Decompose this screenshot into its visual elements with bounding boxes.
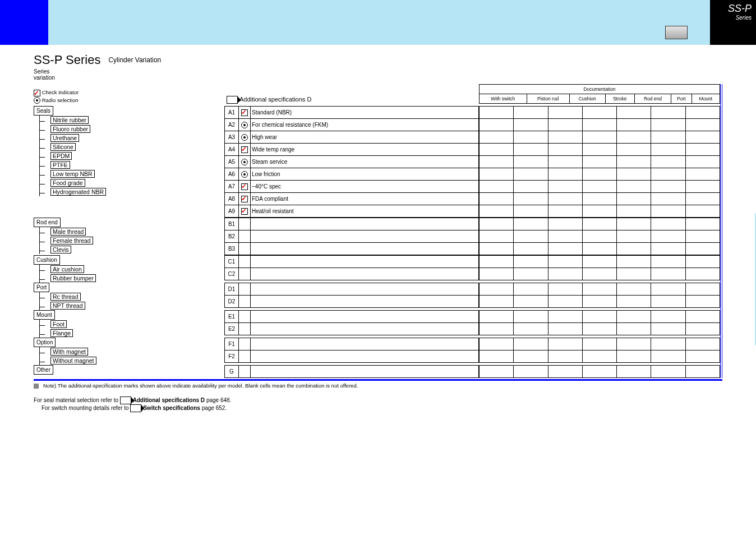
doc-cell (480, 218, 514, 230)
leaf-box: Without magnet (50, 357, 96, 365)
doc-cell (480, 296, 514, 308)
leaf-box: Foot (50, 320, 67, 328)
doc-cell (548, 350, 582, 363)
doc-cell (514, 338, 548, 350)
doc-cell (617, 296, 651, 308)
top-bar: SS-P Series (0, 0, 756, 45)
doc-cell (548, 323, 582, 335)
doc-cell (514, 230, 548, 243)
leaf-box: Low temp NBR (50, 170, 95, 178)
doc-cell (651, 144, 685, 156)
doc-cell (514, 107, 548, 119)
desc-cell: FDA compliant (251, 193, 479, 205)
doc-cell (582, 230, 616, 243)
group-row: MountFootFlangeE1E2 (34, 310, 720, 338)
doc-cell (548, 283, 582, 296)
doc-cell (582, 338, 616, 350)
doc-cell (685, 168, 720, 181)
radio-icon (241, 171, 248, 178)
doc-cell (685, 268, 720, 280)
grey-button-icon (665, 26, 688, 39)
icon-cell (239, 181, 251, 193)
radio-icon (241, 159, 248, 165)
desc-cell (251, 366, 479, 378)
doc-cell (582, 366, 616, 378)
desc-cell (251, 256, 479, 268)
doc-cell (582, 144, 616, 156)
leaf-box: Silicone (50, 143, 76, 151)
legend: Check indicator Radio selection (34, 89, 224, 104)
footer-references: For seal material selection refer to Add… (34, 396, 722, 412)
icon-cell (239, 283, 251, 296)
doc-cell (582, 243, 616, 255)
doc-cell (480, 256, 514, 268)
doc-cell (548, 205, 582, 218)
code-cell: A2 (225, 119, 239, 131)
tree-column: SealsNitrile rubberFluoro rubberUrethane… (34, 106, 224, 218)
doc-cell (582, 107, 616, 119)
group-box: Seals (34, 106, 53, 116)
doc-cell (685, 311, 720, 323)
doc-cell (548, 311, 582, 323)
doc-cell (514, 218, 548, 230)
doc-cell (617, 268, 651, 280)
doc-cell (582, 181, 616, 193)
radio-icon (241, 134, 248, 141)
doc-cell (685, 193, 720, 205)
page-header: SS-P Series Cylinder Variation (34, 53, 722, 67)
doc-cell (617, 230, 651, 243)
tag-icon (130, 404, 141, 412)
doc-cell (582, 350, 616, 363)
doc-cell (514, 243, 548, 255)
leaf-box: Urethane (50, 134, 79, 142)
doc-cell (617, 131, 651, 144)
series-variation-label: Series variation (34, 68, 722, 81)
doc-cell (651, 296, 685, 308)
check-icon (241, 146, 248, 153)
leaf-box: Air cushion (50, 265, 84, 273)
code-cell: B2 (225, 230, 239, 243)
doc-cell (617, 107, 651, 119)
check-icon (241, 208, 248, 215)
doc-cell (480, 181, 514, 193)
doc-cell (514, 366, 548, 378)
doc-cell (582, 311, 616, 323)
desc-cell (251, 268, 479, 280)
desc-cell (251, 230, 479, 243)
check-icon (34, 90, 40, 96)
doc-cell (480, 283, 514, 296)
doc-cell (651, 181, 685, 193)
check-icon (241, 183, 248, 190)
icon-cell (239, 311, 251, 323)
desc-cell (251, 350, 479, 363)
group-box: Port (34, 283, 49, 292)
icon-cell (239, 144, 251, 156)
group-box: Rod end (34, 218, 61, 227)
doc-cell (548, 156, 582, 168)
code-cell: A3 (225, 131, 239, 144)
doc-cell (685, 350, 720, 363)
desc-cell: For chemical resistance (FKM) (251, 119, 479, 131)
blue-divider (34, 379, 722, 381)
icon-cell (239, 243, 251, 255)
doc-col-header: With switch (480, 94, 527, 104)
doc-cell (582, 205, 616, 218)
doc-cell (480, 144, 514, 156)
doc-cell (651, 131, 685, 144)
doc-cell (514, 119, 548, 131)
doc-cell (617, 181, 651, 193)
doc-cell (617, 193, 651, 205)
doc-cell (617, 119, 651, 131)
doc-cell (514, 144, 548, 156)
doc-cell (685, 218, 720, 230)
code-cell: G (225, 366, 239, 378)
doc-cell (685, 338, 720, 350)
icon-cell (239, 230, 251, 243)
doc-cell (480, 338, 514, 350)
doc-cell (582, 296, 616, 308)
icon-cell (239, 205, 251, 218)
doc-cell (514, 268, 548, 280)
icon-cell (239, 256, 251, 268)
doc-cell (651, 107, 685, 119)
desc-cell (251, 338, 479, 350)
